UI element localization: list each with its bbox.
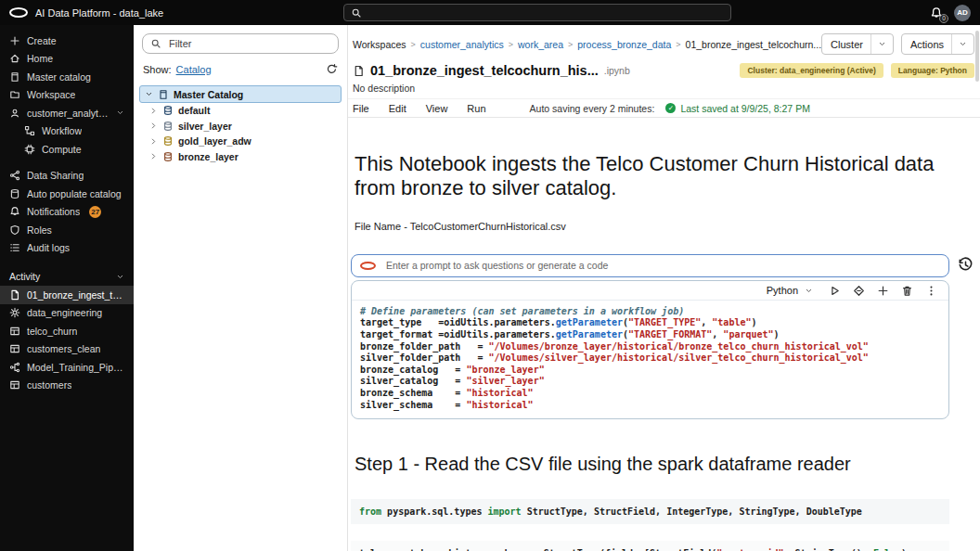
language-badge: Language: Python	[891, 63, 974, 78]
diamond-icon[interactable]	[853, 285, 865, 297]
catalog-filter-input[interactable]	[167, 37, 330, 50]
sidebar-item-auto-populate-catalog[interactable]: Auto populate catalog	[0, 185, 134, 203]
chevron-right-icon	[149, 152, 158, 160]
tree-item-default[interactable]: default	[134, 103, 347, 119]
activity-item-customers[interactable]: customers	[0, 377, 134, 395]
cell-language-select[interactable]: Python	[767, 285, 813, 296]
menu-file[interactable]: File	[353, 103, 369, 114]
cluster-button-label: Cluster	[831, 39, 863, 50]
notebook-title-row: 01_bronze_ingest_telcochurn_his... .ipyn…	[348, 57, 980, 78]
menu-view[interactable]: View	[426, 103, 448, 114]
schema-icon	[162, 151, 174, 162]
last-saved-text: Last saved at 9/9/25, 8:27 PM	[680, 103, 810, 114]
activity-item-telco-churn[interactable]: telco_churn	[0, 322, 134, 340]
scrollbar[interactable]	[975, 31, 979, 82]
notebook-menu: FileEditViewRun	[353, 103, 506, 114]
sidebar-item-notifications[interactable]: Notifications27	[0, 203, 134, 222]
code-line: target_type =oidUtils.parameters.getPara…	[360, 317, 940, 329]
code-line: silver_catalog = "silver_layer"	[360, 376, 940, 388]
ai-prompt-bar[interactable]	[351, 254, 949, 277]
sidebar-item-compute[interactable]: Compute	[0, 140, 134, 159]
show-row: Show: Catalog	[134, 60, 347, 78]
users-icon	[9, 108, 20, 119]
history-icon[interactable]	[958, 257, 974, 273]
notifications-bell[interactable]: 0	[930, 6, 943, 19]
schema-code-cell[interactable]: telco_custchurn_history_schema = StructT…	[351, 541, 949, 551]
actions-button[interactable]: Actions	[901, 33, 974, 55]
activity-item-customers-clean[interactable]: customers_clean	[0, 340, 134, 359]
sidebar-item-customer-analytics[interactable]: customer_analytics	[0, 104, 134, 122]
sidebar-item-audit-logs[interactable]: Audit logs	[0, 239, 134, 258]
cluster-status-badge: Cluster: data_engineering (Active)	[740, 63, 883, 78]
breadcrumb-item-process-bronze-data[interactable]: process_bronze_data	[577, 39, 671, 50]
code-line: bronze_folder_path = "/Volumes/bronze_la…	[360, 341, 940, 353]
cluster-button-caret[interactable]	[870, 34, 893, 54]
file-name-line: File Name - TelcoCustomerChurnHistorical…	[355, 221, 980, 232]
refresh-icon[interactable]	[326, 63, 338, 75]
code-line: silver_folder_path = "/Volumes/silver_la…	[360, 352, 940, 365]
sidebar-item-create[interactable]: Create	[0, 32, 134, 50]
global-search-input[interactable]	[368, 6, 724, 19]
breadcrumb-separator: >	[568, 40, 573, 49]
sidebar-item-label: Notifications	[27, 206, 80, 217]
menu-run[interactable]: Run	[467, 103, 485, 114]
bell-icon	[9, 206, 20, 217]
notebook-content: This Notebook ingests the Telco Customer…	[348, 152, 980, 551]
chevron-down-icon	[116, 109, 124, 117]
activity-item-01-bronze-ingest-tel[interactable]: 01_bronze_ingest_tel...	[0, 286, 134, 304]
cell-code[interactable]: # Define parameters (can set parameters …	[352, 301, 948, 418]
tree-item-master-catalog[interactable]: Master Catalog	[139, 85, 342, 103]
imports-code-cell[interactable]: from pyspark.sql.types import StructType…	[351, 499, 949, 524]
code-line: silver_schema = "historical"	[360, 400, 940, 412]
tree-item-silver-layer[interactable]: silver_layer	[134, 119, 347, 135]
compute-icon	[24, 144, 35, 155]
activity-item-label: telco_churn	[27, 326, 77, 337]
top-bar: AI Data Platform - data_lake 0 AD	[0, 0, 980, 25]
chevron-right-icon	[149, 137, 158, 146]
topbar-right: 0 AD	[930, 5, 971, 21]
cell-toolbar: Python	[352, 281, 948, 301]
breadcrumb-item-work-area[interactable]: work_area	[518, 39, 563, 50]
menu-edit[interactable]: Edit	[389, 103, 406, 114]
activity-item-label: customers_clean	[27, 343, 100, 354]
sidebar-item-home[interactable]: Home	[0, 50, 134, 69]
catalog-tree-children: defaultsilver_layergold_layer_adwbronze_…	[134, 103, 347, 164]
catalog-filter[interactable]	[142, 33, 339, 54]
assistant-logo-icon	[360, 262, 376, 270]
sidebar-item-master-catalog[interactable]: Master catalog	[0, 68, 134, 86]
sidebar-item-label: Master catalog	[27, 71, 91, 83]
tree-item-gold-layer-adw[interactable]: gold_layer_adw	[134, 134, 347, 149]
actions-button-caret[interactable]	[951, 34, 974, 54]
breadcrumb-item-customer-analytics[interactable]: customer_analytics	[420, 39, 504, 50]
kebab-menu-icon[interactable]	[925, 285, 937, 297]
run-cell-icon[interactable]	[829, 285, 841, 297]
add-cell-icon[interactable]	[877, 285, 889, 297]
plus-icon	[9, 35, 20, 46]
sidebar-item-label: Auto populate catalog	[27, 188, 122, 199]
avatar[interactable]: AD	[954, 5, 971, 21]
breadcrumb: Workspaces>customer_analytics>work_area>…	[353, 39, 821, 50]
sidebar-item-workflow[interactable]: Workflow	[0, 122, 134, 141]
global-search[interactable]	[343, 4, 731, 21]
last-saved-status: ✓ Last saved at 9/9/25, 8:27 PM	[665, 103, 810, 114]
sidebar-item-label: Create	[27, 35, 57, 46]
table-icon	[9, 343, 20, 354]
share-icon	[9, 170, 20, 181]
sidebar-item-roles[interactable]: Roles	[0, 221, 134, 239]
tree-item-bronze-layer[interactable]: bronze_layer	[134, 149, 347, 165]
sidebar-item-data-sharing[interactable]: Data Sharing	[0, 167, 134, 186]
show-catalog-link[interactable]: Catalog	[176, 64, 212, 75]
activity-header-label: Activity	[9, 271, 40, 282]
delete-cell-icon[interactable]	[901, 285, 913, 297]
breadcrumb-item-01-bronze-ingest-telcochurn: 01_bronze_ingest_telcochurn...	[686, 39, 822, 50]
activity-section-header[interactable]: Activity	[0, 267, 134, 286]
cluster-icon	[9, 307, 20, 318]
activity-item-model-training-pipel[interactable]: Model_Training_Pipel...	[0, 358, 134, 377]
activity-item-data-engineering[interactable]: data_engineering	[0, 304, 134, 323]
breadcrumb-item-workspaces: Workspaces	[353, 39, 406, 50]
cluster-button[interactable]: Cluster	[821, 33, 894, 55]
sidebar-item-workspace[interactable]: Workspace	[0, 86, 134, 105]
search-icon	[150, 38, 161, 49]
ai-prompt-input[interactable]	[384, 259, 940, 272]
catalog-tree: Master Catalog defaultsilver_layergold_l…	[134, 85, 347, 164]
